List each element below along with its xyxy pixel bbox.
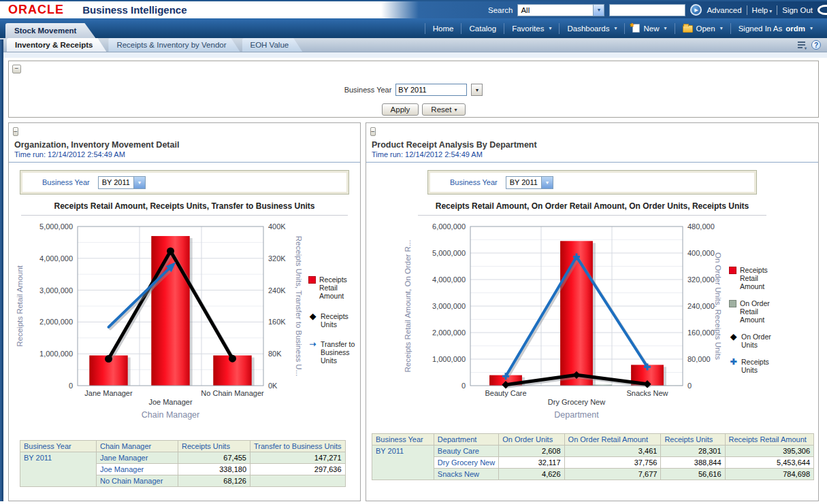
advanced-link[interactable]: Advanced	[707, 6, 741, 14]
legend-item-receipts-retail-amount: Receipts Retail Amount	[308, 275, 356, 300]
nav-new[interactable]: *New▾	[624, 23, 674, 34]
measure-cell: 5,453,644	[725, 456, 813, 468]
search-input[interactable]	[609, 4, 685, 16]
chart-text: 3,000,000	[39, 286, 73, 294]
business-year-input[interactable]	[395, 84, 467, 96]
column-header[interactable]: Receipts Units	[178, 440, 250, 452]
dimension-cell[interactable]: Joe Manager	[97, 463, 178, 475]
apply-button[interactable]: Apply	[382, 103, 419, 116]
chart-text: 1,000,000	[432, 355, 466, 363]
dashboard-page-tab[interactable]: Stock Movement	[5, 23, 95, 38]
table-row: Snacks New4,6267,67756,616784,698	[372, 468, 814, 480]
column-header[interactable]: Transfer to Business Units	[250, 440, 346, 452]
page-options-icon[interactable]: ▾	[798, 41, 806, 49]
x-tick-label: No Chain Manager	[201, 389, 264, 397]
measure-cell: 388,844	[661, 456, 725, 468]
column-header[interactable]: Receipts Retail Amount	[725, 433, 813, 445]
x-tick-label: Dry Grocery New	[548, 398, 605, 406]
divider	[21, 215, 348, 216]
search-label: Search	[488, 6, 513, 14]
sign-out-link[interactable]: Sign Out	[782, 6, 813, 14]
chevron-down-icon[interactable]: ▼	[133, 177, 145, 188]
chart-text: 0K	[268, 382, 278, 390]
legend-swatch-icon	[729, 300, 736, 307]
table-row: BY 2011Jane Manager67,455147,271	[20, 452, 346, 463]
tab-eoh-value[interactable]: EOH Value	[242, 38, 303, 52]
dimension-cell[interactable]: Jane Manager	[97, 452, 178, 463]
dimension-cell[interactable]: Beauty Care	[434, 445, 498, 456]
column-header[interactable]: On Order Retail Amount	[564, 433, 661, 445]
reset-button[interactable]: Reset▾	[422, 103, 466, 116]
filter-label: Business Year	[450, 178, 498, 186]
column-header[interactable]: On Order Units	[499, 433, 564, 445]
x-axis-title: Department	[554, 410, 599, 420]
nav-catalog[interactable]: Catalog	[461, 23, 504, 34]
dimension-cell[interactable]: Dry Grocery New	[434, 456, 498, 468]
legend-marker-icon: ◆	[729, 333, 738, 349]
measure-cell: 32,117	[499, 456, 564, 468]
legend-label: On Order Units	[741, 333, 783, 349]
chart-text: 0	[687, 382, 692, 390]
chevron-down-icon[interactable]: ▼	[593, 5, 604, 16]
chart-text: 400,000	[687, 249, 715, 257]
column-header[interactable]: Business Year	[20, 440, 97, 452]
collapse-icon[interactable]: −	[370, 127, 376, 136]
x-tick-label: Snacks New	[626, 389, 668, 397]
chart-title: Receipts Retail Amount, On Order Retail …	[370, 201, 814, 212]
x-tick-label: Beauty Care	[485, 389, 526, 397]
tab-receipts-inventory-by-vendor[interactable]: Receipts & Inventory by Vendor	[108, 38, 240, 52]
right-axis-title: Receipts Units, Transfer to Business U..…	[295, 235, 303, 375]
collapse-icon[interactable]: −	[12, 65, 21, 73]
measure-cell: 395,306	[725, 445, 813, 456]
business-year-select[interactable]: BY 2011 ▼	[98, 176, 146, 189]
search-scope-value: All	[518, 6, 593, 14]
business-year-cell[interactable]: BY 2011	[372, 445, 434, 480]
chevron-down-icon: ▾	[664, 25, 666, 31]
column-header[interactable]: Business Year	[372, 433, 434, 445]
column-header[interactable]: Receipts Units	[661, 433, 725, 445]
measure-cell: 784,698	[725, 468, 813, 480]
legend-label: On Order Retail Amount	[740, 299, 783, 324]
chart-title: Receipts Retail Amount, Receipts Units, …	[13, 201, 356, 212]
measure-cell: 68,126	[178, 475, 250, 486]
legend-marker-icon: ➝	[308, 340, 317, 365]
help-menu[interactable]: Help▾	[752, 6, 773, 14]
panels-row: − Organization, Inventory Movement Detai…	[8, 122, 819, 501]
nav-open[interactable]: Open▾	[675, 23, 730, 34]
collapse-icon[interactable]: −	[13, 127, 18, 136]
search-scope-select[interactable]: All ▼	[517, 4, 604, 16]
business-year-select[interactable]: BY 2011 ▼	[506, 176, 553, 189]
nav-dashboards[interactable]: Dashboards▾	[559, 23, 624, 34]
signed-in-menu[interactable]: Signed In Asordm▾	[730, 23, 820, 34]
tab-inventory-receipts[interactable]: Inventory & Receipts	[7, 38, 106, 52]
table-row: Dry Grocery New32,11737,756388,8445,453,…	[372, 456, 814, 468]
divider	[777, 5, 777, 15]
dimension-cell[interactable]: No Chain Manager	[97, 475, 178, 486]
x-axis-title: Chain Manager	[142, 410, 199, 420]
search-go-icon[interactable]: ▶	[690, 4, 702, 16]
nav-home[interactable]: Home	[425, 23, 461, 34]
nav-favorites[interactable]: Favorites▾	[504, 23, 559, 34]
dimension-cell[interactable]: Snacks New	[434, 468, 498, 480]
business-year-cell[interactable]: BY 2011	[20, 452, 97, 486]
chart-text: 0	[69, 382, 73, 390]
sub-strip	[0, 52, 827, 58]
measure-cell: 147,271	[250, 452, 346, 463]
dropdown-arrow-icon[interactable]: ▼	[471, 84, 483, 96]
legend-label: Receipts Units	[321, 312, 356, 329]
chart-text: 240,000	[687, 302, 715, 310]
measure-cell: 56,616	[661, 468, 725, 480]
column-header[interactable]: Department	[434, 433, 498, 445]
measure-cell: 37,756	[564, 456, 661, 468]
column-header[interactable]: Chain Manager	[97, 440, 178, 452]
chevron-down-icon[interactable]: ▼	[541, 177, 553, 188]
chart-text: 80K	[268, 350, 282, 358]
chart-text: 5,000,000	[432, 249, 466, 257]
panel-title: Product Receipt Analysis By Department	[372, 140, 813, 150]
legend-marker-icon: ✚	[729, 358, 738, 374]
legend-item-on-order-retail-amount: On Order Retail Amount	[729, 299, 783, 324]
top-bar: ORACLE' Business Intelligence Search All…	[0, 1, 827, 18]
page-tab-strip: Inventory & ReceiptsReceipts & Inventory…	[0, 38, 827, 52]
chart-text: 320,000	[687, 275, 715, 284]
help-icon[interactable]: ?	[811, 40, 821, 50]
